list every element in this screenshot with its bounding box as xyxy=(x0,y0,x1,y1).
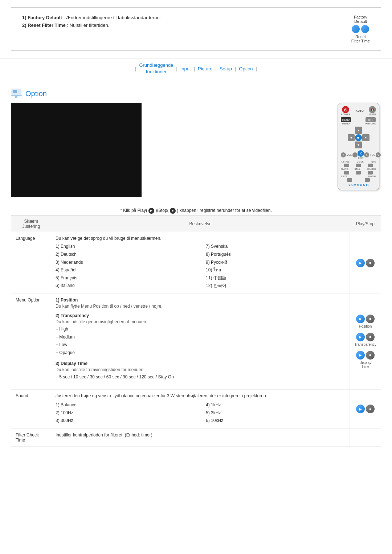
lang-11: 11) 中国語 xyxy=(206,274,345,282)
still-button[interactable] xyxy=(356,171,361,175)
psize-button[interactable] xyxy=(347,178,352,182)
video-display xyxy=(11,103,142,197)
nav-pipe-2: | xyxy=(176,66,177,71)
menu-button[interactable]: MENU xyxy=(341,117,351,122)
sound-label: Sound xyxy=(11,389,51,428)
option-section-icon xyxy=(11,88,22,99)
sound-3: 3) 300Hz xyxy=(56,417,195,425)
sub-item-display-time: 3) Display Time Du kan indstille fremvis… xyxy=(56,361,345,381)
quick-button[interactable] xyxy=(356,164,361,167)
position-title: 1) Position xyxy=(56,297,345,303)
language-stop-btn[interactable]: ■ xyxy=(366,259,375,267)
reset-filter-remote-label2: Filter Time xyxy=(351,39,370,43)
language-grid: 1) English 2) Deutsch 3) Nederlands 4) E… xyxy=(56,243,345,290)
reset-filter-label: 2) Reset Filter Time xyxy=(22,22,66,28)
sound-4: 4) 1kHz xyxy=(206,401,345,409)
transparency-stop-btn[interactable]: ■ xyxy=(366,333,375,341)
menu-option-label: Menu Option xyxy=(11,294,51,389)
lang-4: 4) Español xyxy=(56,266,195,274)
nav-option-link[interactable]: Option xyxy=(239,66,253,71)
remote-small-btns-row3 xyxy=(341,178,376,182)
language-intro: Du kan vælge det sprog du vil bruge til … xyxy=(56,236,345,241)
psize-label: PSIZE xyxy=(341,175,347,177)
vol-plus-button[interactable]: + xyxy=(341,152,346,157)
nav-input-link[interactable]: Input xyxy=(180,66,191,71)
nav-picture-link[interactable]: Picture xyxy=(198,66,212,71)
display-time-options: − 5 sec / 10 sec / 30 sec / 60 sec / 90 … xyxy=(56,373,345,381)
sound-1: 1) Balance xyxy=(56,401,195,409)
play-button-top[interactable] xyxy=(352,25,360,33)
display-time-stop-btn[interactable]: ■ xyxy=(366,351,375,360)
svg-rect-2 xyxy=(11,95,22,96)
nav-pipe-1: | xyxy=(135,66,136,71)
sound-5: 5) 3kHz xyxy=(206,409,345,417)
col-header-description: Beskrivelse xyxy=(51,216,350,232)
pmode-button[interactable] xyxy=(365,178,370,182)
remote-power-mute-row: ⏻ POWER AUTO 🔇 MUTE xyxy=(341,106,376,116)
dpad-up[interactable]: ▲ xyxy=(355,127,362,134)
still-label: STILL xyxy=(355,168,360,170)
menu-label: MENU xyxy=(342,122,350,125)
nav-pipe-6: | xyxy=(256,66,257,71)
top-remote-buttons: Factory Default Reset Filter Time xyxy=(351,15,370,43)
return-label: RETURN xyxy=(366,122,376,125)
col-header-playstop: Play/Stop xyxy=(350,216,381,232)
play-note: * Klik på Play( ▶ )/Stop( ■ ) knappen i … xyxy=(0,208,392,214)
return-button[interactable]: RTN xyxy=(366,117,376,122)
dpad: ▲ ◄ ⏺ ► ▼ xyxy=(348,127,369,148)
dpad-right[interactable]: ► xyxy=(362,134,369,141)
dpad-down[interactable]: ▼ xyxy=(355,141,362,148)
factory-default-label: 1) Factory Default xyxy=(22,15,62,20)
remote-small-btns-row1 xyxy=(341,164,376,167)
position-btn-group: ▶ ■ Position xyxy=(356,315,375,328)
pmode-label: PMODE xyxy=(368,175,376,177)
menu-option-btns-container: ▶ ■ Position ▶ ■ Transparency xyxy=(354,315,376,369)
source-button[interactable] xyxy=(368,171,373,175)
factory-default-remote-buttons xyxy=(352,25,369,33)
remote-blank-row: BLANK STILL SOURCE xyxy=(341,168,376,170)
mute-button[interactable]: 🔇 xyxy=(369,106,376,113)
menu-option-desc: 1) Position Du kan flytte Menu Position … xyxy=(51,294,350,389)
exit-button[interactable]: X xyxy=(358,150,364,157)
transparency-play-btn[interactable]: ▶ xyxy=(356,333,365,341)
power-button[interactable]: ⏻ xyxy=(342,106,349,113)
remote-brand-label: SAMSUNG xyxy=(341,183,376,187)
display-time-title: 3) Display Time xyxy=(56,361,345,366)
opt-opaque: − Opaque xyxy=(56,349,345,357)
factory-default-remote-label2: Default xyxy=(354,19,367,24)
dpad-center[interactable]: ⏺ xyxy=(355,134,362,141)
nav-center-link[interactable]: Grundlæggende funktioner xyxy=(139,62,173,75)
option-header: Option xyxy=(0,83,392,103)
remote-install-row: INSTALL QUICK INFO xyxy=(341,161,376,163)
transparency-btn-label: Transparency xyxy=(354,342,376,346)
install-button[interactable] xyxy=(344,164,349,167)
position-stop-btn[interactable]: ■ xyxy=(366,315,375,323)
sound-play-btn[interactable]: ▶ xyxy=(356,405,365,413)
info-button[interactable] xyxy=(368,164,373,167)
table-row-menu-option: Menu Option 1) Position Du kan flytte Me… xyxy=(11,294,381,389)
reset-filter-remote-label1: Reset xyxy=(355,34,366,39)
stop-button-top[interactable] xyxy=(361,25,369,33)
factory-default-remote-label1: Factory xyxy=(354,15,367,19)
position-play-btn[interactable]: ▶ xyxy=(356,315,365,323)
ch-down-button[interactable]: ∨ xyxy=(376,152,381,157)
nav-setup-link[interactable]: Setup xyxy=(220,66,232,71)
sub-item-transparency: 2) Transparency Du kan indstille gennems… xyxy=(56,313,345,357)
lang-left-col: 1) English 2) Deutsch 3) Nederlands 4) E… xyxy=(56,243,195,290)
opt-medium: − Medium xyxy=(56,333,345,341)
filter-check-desc: Indstiller kontrolperioden for filteret.… xyxy=(51,428,350,446)
ch-up-button[interactable]: ∧ xyxy=(364,152,369,157)
display-time-play-btn[interactable]: ▶ xyxy=(356,351,365,360)
position-play-stop: ▶ ■ xyxy=(356,315,375,323)
dpad-left[interactable]: ◄ xyxy=(348,134,355,141)
language-play-btn[interactable]: ▶ xyxy=(356,259,365,267)
option-title: Option xyxy=(25,90,47,98)
install-label: INSTALL xyxy=(341,161,350,163)
blank-button[interactable] xyxy=(344,171,349,175)
filter-check-label: Filter CheckTime xyxy=(11,428,51,446)
vol-minus-button[interactable]: − xyxy=(352,152,358,157)
opt-high: − High xyxy=(56,325,345,333)
remote-control: ⏻ POWER AUTO 🔇 MUTE MENU MENU RTN RETURN xyxy=(338,103,381,197)
sound-stop-btn[interactable]: ■ xyxy=(366,405,375,413)
quick-label: QUICK xyxy=(357,161,364,163)
